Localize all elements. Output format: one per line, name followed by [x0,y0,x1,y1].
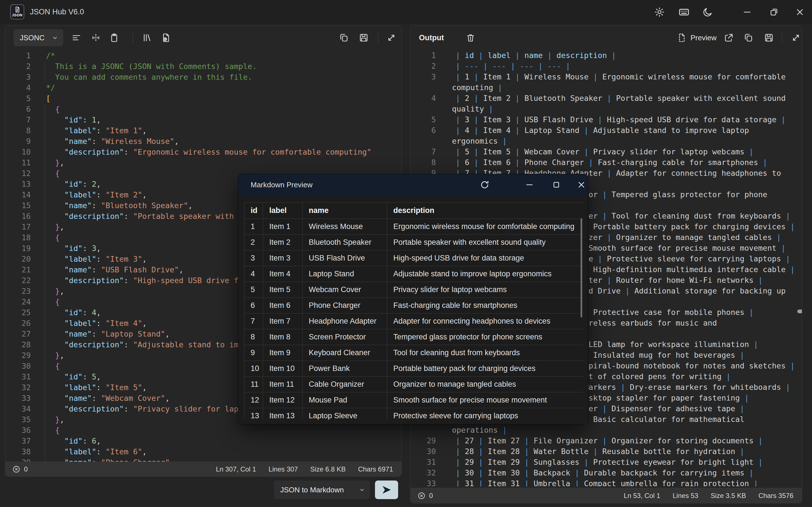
keyboard-icon[interactable] [678,6,690,18]
output-line[interactable]: 32| 30 | Item 30 | Backpack | Durable ba… [410,467,802,478]
code-line[interactable]: 1/* [5,50,402,61]
settings-gear-icon[interactable] [654,6,665,18]
output-line[interactable]: computing | [410,82,802,93]
code-text: }, [46,350,64,361]
table-cell: 9 [245,345,263,361]
save-icon[interactable] [763,32,774,43]
line-number: 31 [5,372,31,382]
format-icon[interactable] [71,32,82,43]
table-cell: Item 9 [263,345,303,361]
dark-mode-moon-icon[interactable] [702,6,714,18]
code-text: "id": 4, [46,307,101,318]
output-line[interactable]: 31| 29 | Item 29 | Sunglasses | Protecti… [410,457,802,467]
code-line[interactable]: 39 "name": "Phone Charger", [5,457,402,462]
library-icon[interactable] [142,32,153,43]
table-cell: 6 [245,298,263,314]
code-line[interactable]: 3 You can add comments anywhere in this … [5,72,402,82]
output-line[interactable]: 29| 27 | Item 27 | File Organizer | Orga… [410,436,802,446]
refresh-icon[interactable] [479,179,490,190]
line-number: 3 [410,71,436,82]
code-text: }, [46,158,64,168]
code-line[interactable]: 6 { [5,104,402,115]
table-cell: Item 3 [263,250,303,266]
output-text: ergonomics | [452,136,507,147]
convert-send-button[interactable] [375,481,398,499]
code-line[interactable]: 7 "id": 1, [5,115,402,125]
output-line[interactable]: 6| 4 | Item 4 | Laptop Stand | Adjustabl… [410,125,802,136]
table-cell: Organizer to manage tangled cables [387,377,583,392]
line-number: 36 [5,425,31,436]
table-cell: Item 2 [263,235,303,250]
line-number: 10 [5,147,31,158]
output-line[interactable]: quality | [410,104,802,114]
language-dropdown[interactable]: JSONC [13,29,63,46]
conversion-mode-dropdown[interactable]: JSON to Markdown [274,481,370,499]
maximize-icon[interactable] [551,179,562,190]
output-line[interactable]: 5| 3 | Item 3 | USB Flash Drive | High-s… [410,114,802,125]
code-text: "name": "Webcam Cover", [46,393,170,404]
table-cell: Tempered glass protector for phone scree… [387,329,583,345]
output-line[interactable]: 3| 1 | Item 1 | Wireless Mouse | Ergonom… [410,71,802,82]
share-icon[interactable] [723,32,734,43]
table-cell: Headphone Adapter [303,314,387,329]
table-cell: 8 [245,329,263,345]
copy-icon[interactable] [338,32,349,43]
app-title: JSON Hub V6.0 [30,0,84,24]
minify-icon[interactable] [90,32,101,43]
minimize-icon[interactable] [741,6,753,18]
trash-icon[interactable] [465,32,476,43]
output-line[interactable]: 7| 5 | Item 5 | Webcam Cover | Privacy s… [410,147,802,157]
code-text: "id": 6, [46,436,101,446]
line-number: 13 [5,179,31,189]
code-line[interactable]: 11 }, [5,158,402,168]
table-header-cell: name [303,203,387,219]
close-icon[interactable] [794,6,806,18]
code-text: "label": "Item 5", [46,382,147,393]
output-line[interactable]: ergonomics | [410,136,802,147]
copy-icon[interactable] [743,32,754,43]
code-line[interactable]: 36 { [5,425,402,436]
table-cell: Phone Charger [303,298,387,314]
table-cell: Laptop Sleeve [303,408,387,420]
output-line[interactable]: 4| 2 | Item 2 | Bluetooth Speaker | Port… [410,93,802,104]
preview-window-titlebar[interactable]: Markdown Preview [238,174,588,196]
code-line[interactable]: 9 "name": "Wireless Mouse", [5,136,402,147]
code-line[interactable]: 8 "label": "Item 1", [5,125,402,136]
export-file-icon[interactable] [160,32,172,43]
code-line[interactable]: 38 "label": "Item 6", [5,446,402,457]
table-cell: 7 [245,314,263,329]
code-line[interactable]: 5[ [5,93,402,104]
table-cell: Ergonomic wireless mouse for comfortable… [387,219,583,235]
conversion-mode-label: JSON to Markdown [274,486,359,494]
line-count: Lines 53 [673,492,698,500]
expand-icon[interactable] [790,32,802,43]
scrollbar-thumb[interactable] [797,309,802,313]
code-line[interactable]: 2 This is a JSONC (JSON with Comments) s… [5,61,402,72]
code-text: "name": "Bluetooth Speaker", [46,200,193,211]
code-line[interactable]: 37 "id": 6, [5,436,402,446]
code-line[interactable]: 4*/ [5,82,402,93]
expand-icon[interactable] [386,32,397,43]
code-text: "name": "Laptop Stand", [46,329,170,339]
output-line[interactable]: operations | [410,425,802,436]
preview-button[interactable]: Preview [677,31,716,44]
paste-clipboard-icon[interactable] [109,32,120,43]
minimize-icon[interactable] [524,179,535,190]
line-number: 34 [5,404,31,414]
code-text: { [46,232,60,243]
line-number: 7 [5,115,31,125]
table-row: 3Item 3USB Flash DriveHigh-speed USB dri… [245,250,583,266]
code-text: "name": "USB Flash Drive", [46,265,184,275]
scrollbar-thumb[interactable] [580,218,582,318]
code-line[interactable]: 10 "description": "Ergonomic wireless mo… [5,147,402,158]
output-line[interactable]: 8| 6 | Item 6 | Phone Charger | Fast-cha… [410,157,802,168]
output-line[interactable]: 30| 28 | Item 28 | Water Bottle | Reusab… [410,446,802,457]
output-line[interactable]: 33| 31 | Item 31 | Umbrella | Compact um… [410,478,802,487]
output-line[interactable]: 2| --- | --- | --- | --- | [410,61,802,71]
restore-window-icon[interactable] [768,6,780,18]
output-text: | 3 | Item 3 | USB Flash Drive | High-sp… [456,114,785,125]
save-icon[interactable] [358,32,369,43]
line-number: 24 [5,297,31,307]
close-icon[interactable] [576,179,587,190]
output-line[interactable]: 1| id | label | name | description | [410,50,802,61]
